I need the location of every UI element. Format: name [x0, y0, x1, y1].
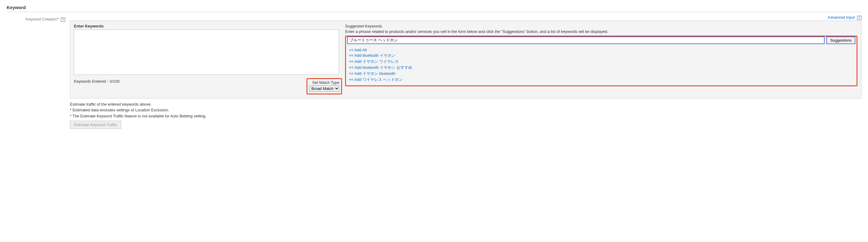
- match-type-label: Set Match Type: [309, 80, 339, 85]
- field-label: Keyword Creation: [26, 17, 57, 21]
- match-type-select[interactable]: Broad Match: [309, 85, 339, 92]
- enter-keywords-heading: Enter Keywords: [74, 24, 339, 28]
- note-line: * Estimated data excludes settings of Lo…: [70, 107, 861, 113]
- add-suggestion-link[interactable]: << Add イヤホン ワイヤレス: [349, 59, 855, 64]
- estimate-traffic-button: Estimate Keyword Traffic: [70, 121, 121, 129]
- required-asterisk: *: [57, 17, 59, 21]
- note-line: * The Estimate Keyword Traffic feature i…: [70, 113, 861, 119]
- add-suggestion-link[interactable]: << Add ワイヤレス ヘッドホン: [349, 77, 855, 82]
- add-suggestion-link[interactable]: << Add イヤホン bluetooth: [349, 71, 855, 76]
- add-suggestion-link[interactable]: << Add bluetooth イヤホン: [349, 53, 855, 58]
- keywords-textarea[interactable]: [74, 30, 339, 75]
- notes-block: Estimate traffic of the entered keywords…: [70, 101, 861, 119]
- suggestions-highlight: Suggestions << Add All << Add bluetooth …: [345, 35, 858, 86]
- suggested-keywords-desc: Enter a phrase related to products and/o…: [345, 29, 858, 34]
- section-title: Keyword: [7, 4, 861, 12]
- add-suggestion-link[interactable]: << Add bluetooth イヤホン おすすめ: [349, 65, 855, 70]
- suggestions-button[interactable]: Suggestions: [827, 36, 855, 44]
- field-label-col: Keyword Creation* ?: [7, 15, 66, 129]
- add-all-link[interactable]: << Add All: [349, 48, 855, 52]
- keywords-count: Keywords Entered：0/100: [74, 78, 307, 84]
- help-icon[interactable]: ?: [857, 16, 861, 20]
- suggestion-input[interactable]: [347, 36, 825, 44]
- note-line: Estimate traffic of the entered keywords…: [70, 101, 861, 107]
- help-icon[interactable]: ?: [61, 18, 65, 22]
- suggestion-list: << Add All << Add bluetooth イヤホン << Add …: [347, 48, 855, 82]
- match-type-highlight: Set Match Type Broad Match: [307, 78, 342, 95]
- advanced-input-link[interactable]: Advanced Input: [828, 15, 855, 20]
- keyword-panel: Enter Keywords Keywords Entered：0/100 Se…: [70, 21, 861, 98]
- suggested-keywords-heading: Suggested Keywords: [345, 24, 858, 28]
